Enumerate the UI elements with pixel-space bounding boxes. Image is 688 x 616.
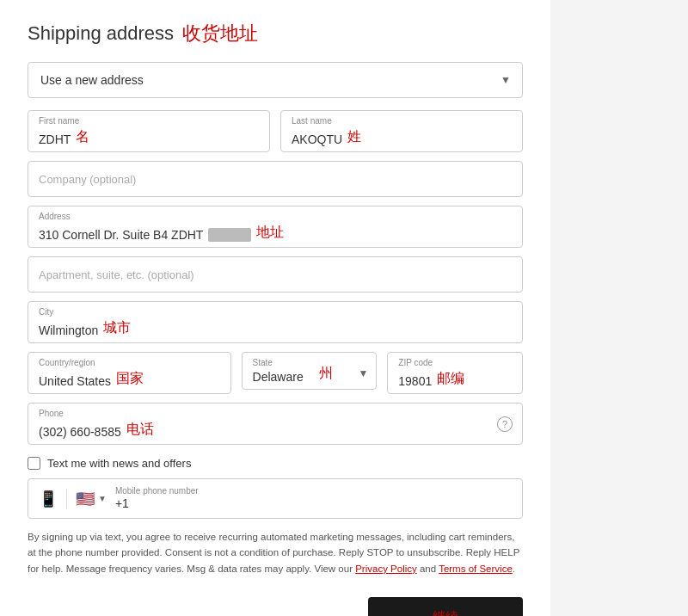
state-chinese: 州 (319, 364, 333, 382)
apartment-field[interactable]: Apartment, suite, etc. (optional) (28, 256, 523, 293)
city-wrapper: City Wilmington 城市 (28, 301, 523, 343)
address-value: 310 Cornell Dr. Suite B4 ZDHT (39, 228, 203, 242)
state-select[interactable]: Delaware (242, 352, 378, 390)
location-row: Country/region United States 国家 State De… (28, 352, 523, 394)
name-row: First name ZDHT 名 Last name AKOQTU 姓 (28, 110, 523, 152)
phone-chinese: 电话 (126, 421, 154, 439)
state-group: State Delaware ▼ 州 (242, 352, 378, 394)
phone-wrapper: Phone (302) 660-8585 电话 ? (28, 403, 523, 445)
zip-field[interactable]: 19801 邮编 (387, 352, 523, 394)
flag-arrow-icon: ▼ (98, 494, 107, 503)
first-name-value: ZDHT (39, 132, 71, 146)
address-field[interactable]: 310 Cornell Dr. Suite B4 ZDHT 地址 (28, 206, 523, 248)
phone-row: Phone (302) 660-8585 电话 ? (28, 403, 523, 445)
zip-group: ZIP code 19801 邮编 (387, 352, 523, 394)
company-group: Company (optional) (28, 161, 523, 197)
mobile-number-input[interactable]: Mobile phone number +1 (115, 486, 512, 511)
mobile-label: Mobile phone number (115, 486, 512, 496)
country-chinese: 国家 (116, 370, 144, 388)
first-name-wrapper: First name ZDHT 名 (28, 110, 270, 152)
address-select-wrapper: Use a new address ▼ (28, 62, 523, 98)
right-sidebar (550, 0, 688, 616)
address-wrapper: Address 310 Cornell Dr. Suite B4 ZDHT 地址 (28, 206, 523, 248)
flag-emoji: 🇺🇸 (76, 490, 95, 508)
company-row: Company (optional) (28, 161, 523, 197)
page-title: Shipping address 收货地址 (28, 21, 523, 46)
mobile-phone-icon: 📱 (39, 490, 58, 508)
apartment-group: Apartment, suite, etc. (optional) (28, 256, 523, 293)
zip-value: 19801 (398, 374, 432, 388)
last-name-wrapper: Last name AKOQTU 姓 (280, 110, 523, 152)
company-placeholder: Company (optional) (39, 173, 136, 186)
city-group: City Wilmington 城市 (28, 301, 523, 343)
zip-chinese: 邮编 (437, 370, 464, 388)
flag-select[interactable]: 🇺🇸 ▼ (76, 490, 107, 508)
country-value: United States (39, 374, 111, 388)
phone-help-icon[interactable]: ? (497, 416, 513, 432)
first-name-field[interactable]: ZDHT 名 (28, 110, 270, 152)
apartment-wrapper: Apartment, suite, etc. (optional) (28, 256, 523, 293)
phone-value: (302) 660-8585 (39, 425, 121, 439)
city-chinese: 城市 (103, 319, 131, 337)
first-name-chinese: 名 (76, 128, 89, 146)
mobile-divider (66, 489, 67, 509)
company-wrapper: Company (optional) (28, 161, 523, 197)
last-name-group: Last name AKOQTU 姓 (280, 110, 523, 152)
mobile-input-wrapper: 📱 🇺🇸 ▼ Mobile phone number +1 (28, 478, 523, 519)
address-row: Address 310 Cornell Dr. Suite B4 ZDHT 地址 (28, 206, 523, 248)
address-blurred (208, 228, 251, 242)
country-field[interactable]: United States 国家 (28, 352, 231, 394)
shipping-address-title-chinese: 收货地址 (182, 21, 258, 46)
zip-wrapper: ZIP code 19801 邮编 (387, 352, 523, 394)
address-group: Address 310 Cornell Dr. Suite B4 ZDHT 地址 (28, 206, 523, 248)
shipping-address-title: Shipping address (28, 22, 174, 45)
sms-checkbox-row: Text me with news and offers (28, 457, 523, 470)
city-field[interactable]: Wilmington 城市 (28, 301, 523, 343)
continue-button-chinese: 继续 (433, 609, 458, 616)
continue-shipping-button[interactable]: 继续 Continue shipping (368, 597, 523, 616)
country-group: Country/region United States 国家 (28, 352, 231, 394)
city-row: City Wilmington 城市 (28, 301, 523, 343)
address-select[interactable]: Use a new address (28, 62, 523, 98)
phone-field[interactable]: (302) 660-8585 电话 (28, 403, 523, 445)
terms-of-service-link[interactable]: Terms of Service (439, 564, 513, 574)
last-name-chinese: 姓 (347, 128, 361, 146)
apartment-placeholder: Apartment, suite, etc. (optional) (39, 268, 194, 281)
first-name-group: First name ZDHT 名 (28, 110, 270, 152)
phone-group: Phone (302) 660-8585 电话 ? (28, 403, 523, 445)
last-name-value: AKOQTU (292, 132, 342, 146)
mobile-country-code: +1 (115, 496, 129, 510)
country-wrapper: Country/region United States 国家 (28, 352, 231, 394)
company-field[interactable]: Company (optional) (28, 161, 523, 197)
last-name-field[interactable]: AKOQTU 姓 (280, 110, 523, 152)
address-chinese: 地址 (256, 224, 284, 242)
footer-actions: ‹ Return to cart 继续 Continue shipping (28, 597, 523, 616)
terms-text: By signing up via text, you agree to rec… (28, 529, 523, 576)
city-value: Wilmington (39, 323, 98, 337)
sms-checkbox-label: Text me with news and offers (47, 457, 191, 470)
privacy-policy-link[interactable]: Privacy Policy (355, 564, 417, 574)
sms-checkbox[interactable] (28, 457, 40, 470)
apartment-row: Apartment, suite, etc. (optional) (28, 256, 523, 293)
